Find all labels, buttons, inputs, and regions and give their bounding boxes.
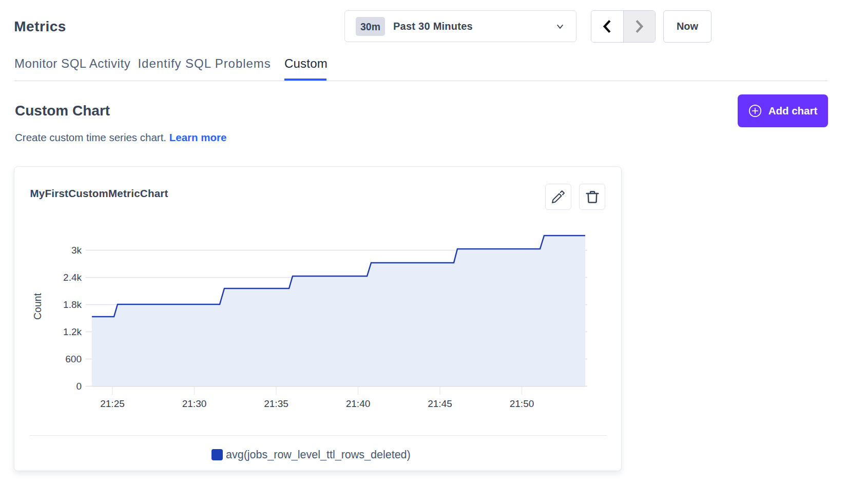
svg-text:Count: Count <box>32 293 43 320</box>
svg-text:1.8k: 1.8k <box>63 299 82 310</box>
svg-text:3k: 3k <box>71 245 82 256</box>
svg-text:21:30: 21:30 <box>182 398 207 409</box>
svg-text:21:40: 21:40 <box>346 398 371 409</box>
svg-text:21:25: 21:25 <box>100 398 125 409</box>
svg-text:21:45: 21:45 <box>428 398 452 409</box>
svg-text:0: 0 <box>76 381 82 392</box>
svg-text:1.2k: 1.2k <box>63 326 82 337</box>
svg-text:21:50: 21:50 <box>510 398 534 409</box>
svg-text:21:35: 21:35 <box>264 398 288 409</box>
svg-text:600: 600 <box>65 354 82 364</box>
svg-text:2.4k: 2.4k <box>63 272 82 283</box>
